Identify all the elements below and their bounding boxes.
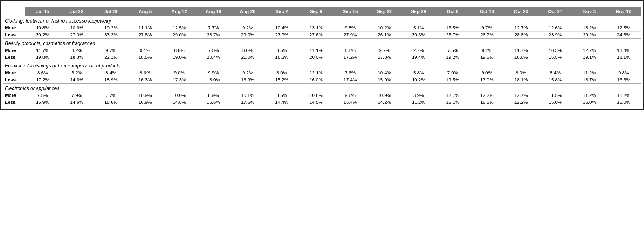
- data-cell: 15.2%: [265, 76, 299, 84]
- data-cell: 9.7%: [94, 47, 128, 54]
- data-cell: 8.0%: [230, 47, 265, 54]
- data-cell: 19.0%: [162, 54, 197, 61]
- data-cell: 12.5%: [162, 25, 197, 32]
- data-cell: 10.1%: [230, 92, 265, 99]
- header-col-nov-10: Nov 10: [606, 7, 641, 16]
- header-col-sep-9: Sep 9: [299, 7, 333, 16]
- data-cell: 18.6%: [504, 54, 538, 61]
- data-cell: 15.5%: [538, 54, 572, 61]
- report-container: Jul 15Jul 22Jul 29Aug 5Aug 12Aug 19Aug 2…: [0, 0, 644, 110]
- table-row: Less19.8%18.3%22.1%18.5%19.0%20.4%21.0%1…: [3, 54, 641, 61]
- section-name-2: Furniture, furnishings or home-improveme…: [3, 61, 641, 70]
- data-cell: 9.2%: [230, 70, 265, 76]
- data-cell: 26.7%: [470, 32, 504, 39]
- data-cell: 8.4%: [94, 70, 128, 76]
- data-cell: 3.9%: [401, 92, 436, 99]
- data-cell: 11.7%: [504, 47, 538, 54]
- data-cell: 16.6%: [606, 76, 641, 84]
- data-cell: 18.7%: [572, 76, 607, 84]
- data-cell: 8.4%: [538, 70, 572, 76]
- section-name-0: Clothing, footwear or fashion accessorie…: [3, 16, 641, 25]
- table-row: Less30.2%27.0%33.3%27.8%29.0%33.7%29.0%2…: [3, 32, 641, 39]
- data-cell: 8.2%: [60, 47, 94, 54]
- data-cell: 9.1%: [128, 47, 162, 54]
- section-header-1: Beauty products, cosmetics or fragrances: [3, 38, 641, 47]
- data-cell: 18.6%: [94, 99, 128, 106]
- data-cell: 13.5%: [436, 25, 470, 32]
- data-cell: 10.4%: [367, 70, 402, 76]
- data-cell: 25.7%: [436, 32, 470, 39]
- data-cell: 17.4%: [333, 76, 367, 84]
- data-cell: 11.2%: [606, 92, 641, 99]
- data-cell: 9.3%: [504, 70, 538, 76]
- data-cell: 10.0%: [162, 92, 197, 99]
- section-header-3: Electronics or appliances: [3, 83, 641, 92]
- data-cell: 15.6%: [197, 99, 231, 106]
- data-cell: 15.9%: [367, 76, 402, 84]
- header-col-aug-19: Aug 19: [197, 7, 231, 16]
- data-cell: 14.6%: [60, 99, 94, 106]
- data-cell: 15.4%: [333, 99, 367, 106]
- data-cell: 2.7%: [401, 47, 436, 54]
- data-cell: 10.3%: [538, 47, 572, 54]
- data-cell: 29.0%: [230, 32, 265, 39]
- data-cell: 9.2%: [470, 47, 504, 54]
- data-cell: 13.2%: [572, 25, 607, 32]
- data-cell: 16.9%: [230, 76, 265, 84]
- data-cell: 11.2%: [572, 70, 607, 76]
- data-cell: 7.7%: [197, 25, 231, 32]
- data-cell: 11.5%: [538, 92, 572, 99]
- section-name-1: Beauty products, cosmetics or fragrances: [3, 38, 641, 47]
- data-cell: 18.9%: [94, 76, 128, 84]
- data-cell: 11.7%: [25, 47, 60, 54]
- data-cell: 13.4%: [606, 47, 641, 54]
- table-row: Less15.9%14.6%18.6%16.9%14.8%15.6%17.6%1…: [3, 99, 641, 106]
- data-cell: 10.9%: [128, 92, 162, 99]
- table-row: Less17.2%14.6%18.9%16.3%17.3%18.0%16.9%1…: [3, 76, 641, 84]
- data-cell: 10.8%: [299, 92, 333, 99]
- data-cell: 9.2%: [230, 25, 265, 32]
- data-cell: 6.2%: [60, 70, 94, 76]
- data-cell: 12.7%: [504, 25, 538, 32]
- data-cell: 15.0%: [538, 99, 572, 106]
- header-col-jul-22: Jul 22: [60, 7, 94, 16]
- data-cell: 12.2%: [504, 99, 538, 106]
- data-cell: 30.3%: [401, 32, 436, 39]
- data-cell: 9.7%: [367, 47, 402, 54]
- data-cell: 9.9%: [197, 70, 231, 76]
- data-cell: 9.8%: [606, 70, 641, 76]
- header-col-aug-26: Aug 26: [230, 7, 265, 16]
- data-cell: 29.2%: [572, 32, 607, 39]
- table-row: More10.8%10.6%10.2%11.1%12.5%7.7%9.2%10.…: [3, 25, 641, 32]
- data-cell: 20.0%: [299, 54, 333, 61]
- header-col-oct-6: Oct 6: [436, 7, 470, 16]
- row-label: Less: [3, 32, 25, 39]
- data-cell: 10.2%: [367, 25, 402, 32]
- data-cell: 14.6%: [60, 76, 94, 84]
- data-cell: 18.1%: [504, 76, 538, 84]
- section-header-0: Clothing, footwear or fashion accessorie…: [3, 16, 641, 25]
- data-cell: 5.8%: [401, 70, 436, 76]
- data-cell: 7.0%: [197, 47, 231, 54]
- header-col-jul-29: Jul 29: [94, 7, 128, 16]
- data-cell: 17.8%: [367, 54, 402, 61]
- data-cell: 12.1%: [299, 70, 333, 76]
- data-cell: 33.3%: [94, 32, 128, 39]
- data-cell: 12.2%: [470, 92, 504, 99]
- data-cell: 7.6%: [333, 70, 367, 76]
- table-row: More8.6%6.2%8.4%9.6%9.0%9.9%9.2%8.0%12.1…: [3, 70, 641, 76]
- data-cell: 30.2%: [25, 32, 60, 39]
- header-col-oct-27: Oct 27: [538, 7, 572, 16]
- data-cell: 11.1%: [128, 25, 162, 32]
- data-cell: 27.6%: [299, 32, 333, 39]
- data-cell: 8.5%: [265, 92, 299, 99]
- data-cell: 9.6%: [333, 92, 367, 99]
- table-row: More11.7%8.2%9.7%9.1%6.8%7.0%8.0%6.5%11.…: [3, 47, 641, 54]
- row-label: More: [3, 25, 25, 32]
- data-cell: 28.6%: [504, 32, 538, 39]
- data-cell: 9.7%: [470, 25, 504, 32]
- data-cell: 19.4%: [401, 54, 436, 61]
- data-cell: 15.0%: [606, 99, 641, 106]
- data-cell: 10.2%: [401, 76, 436, 84]
- data-cell: 7.5%: [25, 92, 60, 99]
